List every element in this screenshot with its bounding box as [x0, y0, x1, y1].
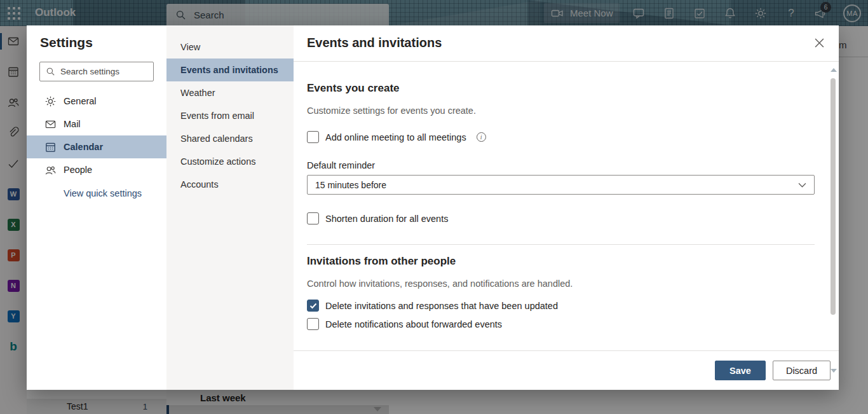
- dropdown-value: 15 minutes before: [315, 180, 386, 190]
- checkbox-shorten-duration[interactable]: Shorten duration for all events: [307, 212, 815, 224]
- checkbox-add-online-meeting[interactable]: Add online meeting to all meetings i: [307, 131, 815, 143]
- checkbox-delete-forwarded[interactable]: Delete notifications about forwarded eve…: [307, 318, 815, 330]
- checkbox[interactable]: [307, 212, 319, 224]
- default-reminder-label: Default reminder: [307, 160, 815, 170]
- settings-search-box[interactable]: [39, 62, 154, 81]
- calendar-icon: [44, 141, 57, 153]
- content-scroll-area: Events you create Customize settings for…: [294, 62, 839, 350]
- scroll-down-arrow[interactable]: [831, 369, 837, 373]
- chevron-down-icon: [798, 183, 806, 188]
- sidebar-item-label: Mail: [64, 119, 81, 129]
- page-title: Events and invitations: [307, 36, 442, 50]
- checkbox-label: Delete invitations and responses that ha…: [325, 301, 558, 311]
- outlook-app: Outlook Meet Now ? 6 MA: [0, 0, 868, 414]
- nav-item-weather[interactable]: Weather: [166, 81, 294, 104]
- view-quick-settings-link[interactable]: View quick settings: [64, 188, 142, 198]
- sidebar-item-label: People: [64, 165, 92, 175]
- sidebar-item-general[interactable]: General: [27, 90, 166, 113]
- close-icon[interactable]: [813, 37, 825, 48]
- scrollbar-thumb[interactable]: [831, 78, 836, 315]
- nav-item-customize-actions[interactable]: Customize actions: [166, 150, 294, 173]
- nav-item-accounts[interactable]: Accounts: [166, 173, 294, 196]
- nav-item-events-from-email[interactable]: Events from email: [166, 104, 294, 127]
- section-heading-invitations: Invitations from other people: [307, 255, 815, 268]
- checkbox[interactable]: [307, 131, 319, 143]
- section-divider: [307, 244, 815, 245]
- people-icon: [44, 164, 57, 176]
- section-description: Control how invitations, responses, and …: [307, 279, 815, 289]
- settings-content: Events and invitations Events you create…: [294, 25, 839, 390]
- checkbox-delete-updated[interactable]: Delete invitations and responses that ha…: [307, 300, 815, 312]
- sidebar-item-label: General: [64, 96, 97, 106]
- mail-icon: [44, 118, 57, 130]
- content-header: Events and invitations: [294, 25, 839, 62]
- nav-item-events-and-invitations[interactable]: Events and invitations: [166, 59, 294, 81]
- sidebar-item-mail[interactable]: Mail: [27, 113, 166, 135]
- scroll-up-arrow[interactable]: [831, 68, 837, 72]
- default-reminder-dropdown[interactable]: 15 minutes before: [307, 175, 815, 195]
- checkbox-label: Shorten duration for all events: [325, 214, 448, 224]
- sidebar-item-people[interactable]: People: [27, 158, 166, 181]
- gear-icon: [44, 95, 57, 107]
- search-icon: [46, 67, 55, 76]
- nav-item-view[interactable]: View: [166, 36, 294, 59]
- checkbox-label: Delete notifications about forwarded eve…: [325, 319, 502, 329]
- settings-category-list: General Mail Calendar People: [27, 90, 166, 181]
- nav-item-shared-calendars[interactable]: Shared calendars: [166, 127, 294, 150]
- save-button[interactable]: Save: [715, 361, 766, 380]
- settings-nav-panel: View Events and invitations Weather Even…: [166, 25, 294, 390]
- checkmark-icon: [309, 303, 317, 309]
- checkbox-label: Add online meeting to all meetings: [325, 132, 466, 142]
- settings-search-input[interactable]: [60, 67, 143, 76]
- section-heading-events-you-create: Events you create: [307, 82, 815, 95]
- info-icon[interactable]: i: [477, 132, 486, 142]
- checkbox-checked[interactable]: [307, 300, 319, 312]
- settings-title: Settings: [40, 35, 93, 50]
- settings-sidebar: Settings General Mail Calendar: [27, 25, 166, 390]
- sidebar-item-calendar[interactable]: Calendar: [27, 135, 166, 158]
- discard-button[interactable]: Discard: [773, 361, 831, 380]
- dialog-footer: Save Discard: [294, 350, 839, 390]
- scrollbar: [829, 64, 837, 375]
- section-description: Customize settings for events you create…: [307, 106, 815, 116]
- checkbox[interactable]: [307, 318, 319, 330]
- settings-dialog: Settings General Mail Calendar: [27, 25, 839, 390]
- sidebar-item-label: Calendar: [64, 142, 103, 152]
